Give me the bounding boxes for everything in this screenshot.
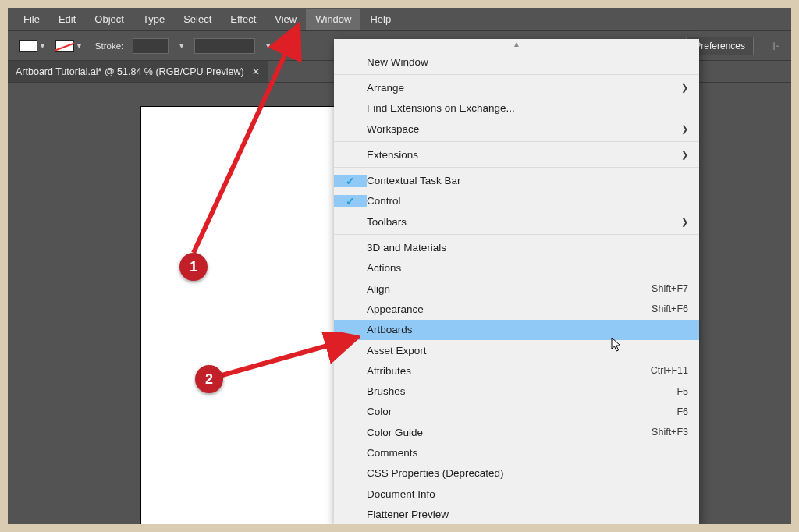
- menu-item-extensions[interactable]: Extensions❯: [334, 144, 699, 165]
- menu-window[interactable]: Window: [306, 9, 360, 30]
- menu-select[interactable]: Select: [174, 9, 221, 30]
- menu-edit[interactable]: Edit: [49, 9, 85, 30]
- chevron-down-icon: ▼: [265, 42, 272, 50]
- menu-object[interactable]: Object: [85, 9, 133, 30]
- menu-item-workspace[interactable]: Workspace❯: [334, 119, 699, 139]
- menu-item-arrange[interactable]: Arrange❯: [334, 77, 699, 98]
- menu-item-artboards[interactable]: Artboards: [334, 320, 699, 340]
- menu-item-label: Color: [367, 406, 676, 417]
- menu-item-label: Find Extensions on Exchange...: [367, 102, 688, 114]
- menu-item-label: CSS Properties (Deprecated): [367, 467, 688, 479]
- menu-item-align[interactable]: AlignShift+F7: [334, 278, 699, 299]
- menu-item-contextual-task-bar[interactable]: ✓Contextual Task Bar: [334, 170, 699, 190]
- menu-item-label: Artboards: [367, 324, 688, 335]
- fill-swatch[interactable]: ▼: [19, 40, 46, 52]
- menu-separator: [334, 141, 699, 142]
- menu-item-label: Comments: [367, 447, 688, 459]
- menu-item-label: Workspace: [367, 123, 675, 135]
- document-tab-title: Artboard Tutorial.ai* @ 51.84 % (RGB/CPU…: [16, 66, 244, 77]
- menu-item-label: 3D and Materials: [367, 242, 688, 254]
- chevron-down-icon: ▼: [178, 42, 185, 50]
- menu-item-attributes[interactable]: AttributesCtrl+F11: [334, 360, 699, 381]
- menu-item-label: Contextual Task Bar: [367, 175, 688, 186]
- chevron-right-icon: ❯: [681, 150, 688, 160]
- menu-shortcut: Shift+F6: [652, 303, 688, 314]
- chevron-right-icon: ❯: [681, 217, 688, 227]
- menu-item-color[interactable]: ColorF6: [334, 402, 699, 422]
- close-icon[interactable]: ✕: [252, 66, 260, 77]
- menu-separator: [334, 74, 699, 75]
- menu-shortcut: F6: [676, 406, 688, 417]
- menu-shortcut: Shift+F3: [652, 427, 688, 438]
- chevron-down-icon: ▼: [76, 42, 83, 50]
- chevron-down-icon: ▼: [39, 42, 46, 50]
- menu-item-label: Brushes: [367, 385, 676, 397]
- document-tab[interactable]: Artboard Tutorial.ai* @ 51.84 % (RGB/CPU…: [8, 61, 268, 82]
- menu-item-label: Actions: [367, 262, 688, 274]
- menubar: FileEditObjectTypeSelectEffectViewWindow…: [8, 8, 791, 31]
- menu-item-find-extensions-on-exchange[interactable]: Find Extensions on Exchange...: [334, 98, 699, 119]
- scroll-up-icon[interactable]: ▲: [334, 39, 699, 51]
- chevron-right-icon: ❯: [681, 124, 688, 134]
- menu-item-control[interactable]: ✓Control: [334, 191, 699, 211]
- menu-shortcut: F5: [676, 386, 688, 397]
- menu-item-label: Color Guide: [367, 427, 652, 438]
- menu-item-label: Arrange: [367, 82, 675, 94]
- menu-item-label: Appearance: [367, 303, 652, 315]
- menu-item-label: Align: [367, 283, 652, 295]
- menu-item-appearance[interactable]: AppearanceShift+F6: [334, 299, 699, 319]
- check-icon: ✓: [334, 195, 367, 207]
- menu-item-asset-export[interactable]: Asset Export: [334, 340, 699, 360]
- menu-item-css-properties-deprecated[interactable]: CSS Properties (Deprecated): [334, 463, 699, 484]
- menu-item-comments[interactable]: Comments: [334, 442, 699, 463]
- stroke-width-field[interactable]: [133, 38, 169, 54]
- menu-help[interactable]: Help: [360, 9, 400, 30]
- chevron-right-icon: ❯: [681, 83, 688, 93]
- menu-item-brushes[interactable]: BrushesF5: [334, 381, 699, 401]
- panel-toggle-icon[interactable]: ⊪: [771, 40, 780, 52]
- menu-item-toolbars[interactable]: Toolbars❯: [334, 211, 699, 232]
- app-window: FileEditObjectTypeSelectEffectViewWindow…: [8, 8, 791, 524]
- menu-item-label: Attributes: [367, 365, 651, 377]
- stroke-label: Stroke:: [95, 41, 123, 51]
- menu-item-document-info[interactable]: Document Info: [334, 484, 699, 504]
- window-menu-dropdown: ▲ New WindowArrange❯Find Extensions on E…: [334, 39, 699, 524]
- menu-type[interactable]: Type: [133, 9, 174, 30]
- menu-item-actions[interactable]: Actions: [334, 258, 699, 278]
- menu-item-flattener-preview[interactable]: Flattener Preview: [334, 504, 699, 524]
- stroke-none-icon: [55, 40, 74, 52]
- stroke-swatch[interactable]: ▼: [55, 40, 83, 52]
- menu-shortcut: Shift+F7: [652, 283, 688, 294]
- menu-separator: [334, 167, 699, 168]
- menu-item-label: New Window: [367, 56, 688, 68]
- menu-file[interactable]: File: [14, 9, 49, 30]
- menu-item-label: Control: [367, 195, 688, 207]
- menu-effect[interactable]: Effect: [221, 9, 265, 30]
- fill-color-icon: [19, 40, 37, 52]
- menu-item-label: Extensions: [367, 149, 675, 161]
- menu-item-label: Flattener Preview: [367, 509, 688, 520]
- menu-item-color-guide[interactable]: Color GuideShift+F3: [334, 422, 699, 442]
- menu-item-label: Document Info: [367, 488, 688, 500]
- menu-shortcut: Ctrl+F11: [651, 365, 688, 376]
- menu-item-label: Toolbars: [367, 216, 675, 228]
- stroke-style-field[interactable]: [194, 38, 255, 54]
- menu-view[interactable]: View: [265, 9, 306, 30]
- menu-item-3d-and-materials[interactable]: 3D and Materials: [334, 237, 699, 257]
- menu-item-new-window[interactable]: New Window: [334, 51, 699, 72]
- menu-separator: [334, 234, 699, 235]
- check-icon: ✓: [334, 175, 367, 187]
- menu-item-label: Asset Export: [367, 345, 688, 356]
